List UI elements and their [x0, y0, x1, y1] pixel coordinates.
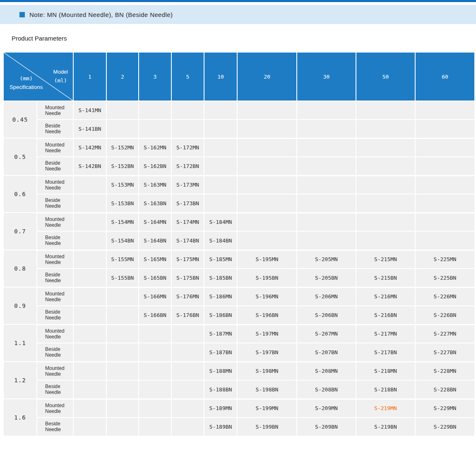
- model-cell: S-209MN: [297, 399, 356, 417]
- model-cell-highlighted: S-219MN: [356, 399, 415, 417]
- empty-cell: [73, 380, 106, 399]
- table-row: 1.6Mounted NeedleS-189MNS-199MNS-209MNS-…: [3, 399, 475, 417]
- model-cell: S-195BN: [237, 269, 297, 287]
- model-cell: S-175MN: [171, 250, 204, 269]
- model-cell: S-228MN: [415, 362, 475, 380]
- column-header-5: 5: [171, 52, 204, 101]
- table-row: 1.1Mounted NeedleS-187MNS-197MNS-207MNS-…: [3, 324, 475, 343]
- product-parameters-table: Model (ml) (mm) Specifications 123510203…: [3, 52, 474, 437]
- table-row: 0.45Mounted NeedleS-141MN: [3, 101, 475, 120]
- empty-cell: [237, 194, 297, 213]
- mounted-needle-label: Mounted Needle: [37, 362, 73, 380]
- model-cell: S-164BN: [139, 231, 171, 250]
- empty-cell: [297, 138, 356, 157]
- table-body: 0.45Mounted NeedleS-141MNBeside NeedleS-…: [3, 101, 475, 436]
- model-cell: S-215MN: [356, 250, 415, 269]
- model-cell: S-209BN: [297, 417, 356, 436]
- model-cell: S-176MN: [171, 287, 204, 306]
- model-cell: S-228BN: [415, 380, 475, 399]
- empty-cell: [73, 287, 106, 306]
- column-header-30: 30: [297, 52, 356, 101]
- mounted-needle-label: Mounted Needle: [37, 250, 73, 269]
- table-row: 0.5Mounted NeedleS-142MNS-152MNS-162MNS-…: [3, 138, 475, 157]
- empty-cell: [73, 324, 106, 343]
- model-cell: S-207BN: [297, 343, 356, 362]
- empty-cell: [139, 380, 171, 399]
- table-row: Beside NeedleS-187BNS-197BNS-207BNS-217B…: [3, 343, 475, 362]
- table-header-row: Model (ml) (mm) Specifications 123510203…: [3, 52, 475, 101]
- table-row: Beside NeedleS-189BNS-199BNS-209BNS-219B…: [3, 417, 475, 436]
- model-cell: S-226MN: [415, 287, 475, 306]
- empty-cell: [171, 120, 204, 138]
- table-row: Beside NeedleS-141BN: [3, 120, 475, 138]
- empty-cell: [297, 120, 356, 138]
- empty-cell: [356, 194, 415, 213]
- empty-cell: [171, 380, 204, 399]
- model-cell: S-217MN: [356, 324, 415, 343]
- beside-needle-label: Beside Needle: [37, 269, 73, 287]
- empty-cell: [139, 362, 171, 380]
- model-cell: S-206BN: [297, 306, 356, 324]
- column-header-1: 1: [73, 52, 106, 101]
- model-cell: S-184MN: [204, 213, 237, 231]
- section-title: Product Parameters: [12, 35, 67, 42]
- column-header-60: 60: [415, 52, 475, 101]
- model-cell: S-174BN: [171, 231, 204, 250]
- empty-cell: [171, 343, 204, 362]
- empty-cell: [415, 157, 475, 175]
- spec-cell: 0.5: [3, 138, 37, 175]
- spec-cell: 1.2: [3, 362, 37, 399]
- empty-cell: [415, 194, 475, 213]
- spec-cell: 0.8: [3, 250, 37, 287]
- spec-cell: 0.45: [3, 101, 37, 138]
- model-cell: S-225MN: [415, 250, 475, 269]
- empty-cell: [297, 231, 356, 250]
- empty-cell: [139, 343, 171, 362]
- model-cell: S-229MN: [415, 399, 475, 417]
- column-header-2: 2: [106, 52, 139, 101]
- empty-cell: [237, 213, 297, 231]
- empty-cell: [73, 362, 106, 380]
- column-header-50: 50: [356, 52, 415, 101]
- model-cell: S-152BN: [106, 157, 139, 175]
- model-cell: S-185BN: [204, 269, 237, 287]
- empty-cell: [204, 120, 237, 138]
- model-cell: S-141BN: [73, 120, 106, 138]
- empty-cell: [106, 324, 139, 343]
- mounted-needle-label: Mounted Needle: [37, 101, 73, 120]
- model-cell: S-163BN: [139, 194, 171, 213]
- model-cell: S-187BN: [204, 343, 237, 362]
- model-cell: S-207MN: [297, 324, 356, 343]
- beside-needle-label: Beside Needle: [37, 343, 73, 362]
- beside-needle-label: Beside Needle: [37, 120, 73, 138]
- empty-cell: [73, 417, 106, 436]
- beside-needle-label: Beside Needle: [37, 306, 73, 324]
- beside-needle-label: Beside Needle: [37, 380, 73, 399]
- empty-cell: [106, 380, 139, 399]
- table-row: 0.8Mounted NeedleS-155MNS-165MNS-175MNS-…: [3, 250, 475, 269]
- empty-cell: [356, 101, 415, 120]
- empty-cell: [139, 399, 171, 417]
- spec-cell: 1.6: [3, 399, 37, 436]
- model-cell: S-186MN: [204, 287, 237, 306]
- empty-cell: [73, 250, 106, 269]
- model-cell: S-199MN: [237, 399, 297, 417]
- model-cell: S-188MN: [204, 362, 237, 380]
- model-cell: S-142BN: [73, 157, 106, 175]
- model-cell: S-153BN: [106, 194, 139, 213]
- empty-cell: [415, 120, 475, 138]
- model-cell: S-218MN: [356, 362, 415, 380]
- empty-cell: [415, 231, 475, 250]
- empty-cell: [73, 231, 106, 250]
- model-cell: S-176BN: [171, 306, 204, 324]
- empty-cell: [139, 101, 171, 120]
- model-cell: S-175BN: [171, 269, 204, 287]
- empty-cell: [106, 343, 139, 362]
- model-cell: S-165MN: [139, 250, 171, 269]
- model-cell: S-155BN: [106, 269, 139, 287]
- empty-cell: [356, 157, 415, 175]
- table-row: Beside NeedleS-154BNS-164BNS-174BNS-184B…: [3, 231, 475, 250]
- table-row: 1.2Mounted NeedleS-188MNS-198MNS-208MNS-…: [3, 362, 475, 380]
- empty-cell: [73, 213, 106, 231]
- empty-cell: [139, 120, 171, 138]
